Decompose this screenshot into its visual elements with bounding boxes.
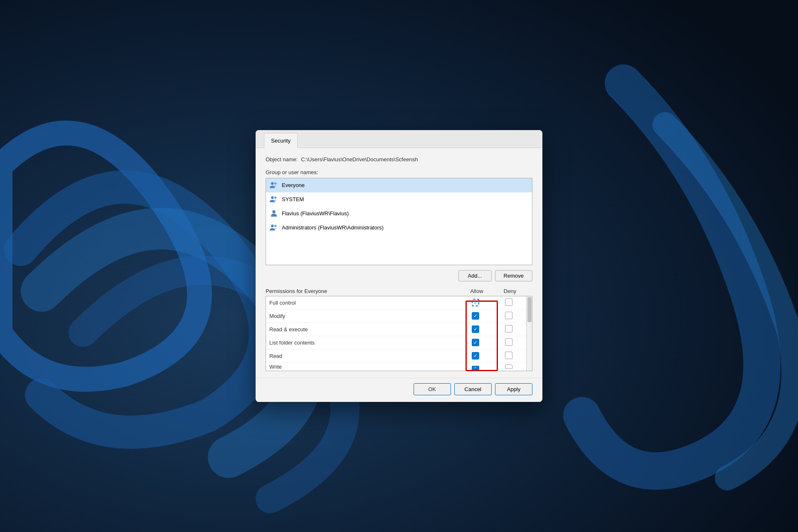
svg-point-4 (274, 196, 277, 199)
user-label-system: SYSTEM (282, 196, 304, 202)
user-icon-flavius (269, 209, 278, 218)
dialog-body: Object name: C:\Users\Flavius\OneDrive\D… (256, 148, 542, 378)
permissions-section: Permissions for Everyone Allow Deny Full… (266, 288, 532, 372)
allow-col-header: Allow (460, 288, 493, 294)
object-name-row: Object name: C:\Users\Flavius\OneDrive\D… (266, 156, 532, 163)
permissions-for-label: Permissions for Everyone (266, 288, 460, 294)
checkmark-icon: ✓ (473, 327, 478, 332)
checkmark-icon: ✓ (473, 353, 478, 358)
perm-deny-full-control[interactable] (492, 296, 525, 310)
perm-allow-full-control[interactable]: ✓ (459, 296, 492, 310)
perm-row-list-folder: List folder contents ✓ (266, 336, 532, 349)
group-users-label: Group or user names: (266, 169, 532, 175)
perm-row-modify: Modify ✓ (266, 309, 532, 323)
user-item-administrators[interactable]: Administrators (FlaviusWR\Administrators… (266, 221, 532, 235)
perm-row-write: Write ✓ (266, 362, 532, 371)
perm-deny-modify[interactable] (492, 309, 525, 323)
checkbox-allow-modify[interactable]: ✓ (472, 312, 479, 320)
security-dialog: Security Object name: C:\Users\Flavius\O… (256, 130, 542, 402)
checkbox-allow-list-folder[interactable]: ✓ (472, 339, 479, 346)
add-button[interactable]: Add... (458, 270, 492, 281)
svg-point-7 (274, 224, 277, 227)
perm-allow-read-execute[interactable]: ✓ (459, 323, 492, 336)
group-icon-administrators (269, 223, 278, 232)
checkbox-allow-write[interactable]: ✓ (472, 366, 479, 370)
permissions-scrollbar[interactable] (526, 296, 532, 371)
checkmark-icon: ✓ (473, 313, 478, 318)
cancel-button[interactable]: Cancel (454, 383, 492, 395)
perm-allow-write[interactable]: ✓ (459, 362, 492, 371)
apply-button[interactable]: Apply (495, 383, 532, 395)
scrollbar-thumb[interactable] (527, 297, 532, 322)
user-label-flavius: Flavius (FlaviusWR\Flavius) (282, 210, 349, 217)
perm-deny-list-folder[interactable] (492, 336, 525, 349)
object-name-label: Object name: (266, 156, 298, 163)
perm-deny-write[interactable] (492, 362, 525, 371)
svg-point-5 (272, 210, 275, 213)
tab-bar: Security (256, 130, 542, 148)
checkbox-deny-full-control[interactable] (505, 298, 512, 306)
perm-deny-read-execute[interactable] (492, 323, 525, 336)
add-remove-row: Add... Remove (266, 270, 532, 281)
svg-point-6 (271, 224, 273, 227)
svg-point-2 (274, 182, 277, 185)
permissions-table: Full control ✓ (266, 296, 532, 372)
checkbox-deny-read-execute[interactable] (505, 325, 512, 332)
perm-row-read-execute: Read & execute ✓ (266, 323, 532, 336)
perm-name-modify: Modify (266, 309, 459, 323)
deny-col-header: Deny (493, 288, 527, 294)
group-icon-system (269, 195, 278, 204)
user-list[interactable]: Everyone SYSTEM Flavius (FlaviusWR\Flavi… (266, 178, 532, 265)
perm-name-read: Read (266, 349, 459, 362)
perm-deny-read[interactable] (492, 349, 525, 362)
user-label-everyone: Everyone (282, 182, 305, 188)
svg-point-3 (271, 196, 273, 199)
perm-name-write: Write (266, 362, 459, 371)
checkmark-icon: ✓ (474, 366, 477, 369)
remove-button[interactable]: Remove (495, 270, 532, 281)
perm-row-full-control: Full control ✓ (266, 296, 532, 310)
object-name-value: C:\Users\Flavius\OneDrive\Documents\Scfe… (301, 156, 418, 163)
checkbox-allow-full-control[interactable]: ✓ (472, 299, 479, 306)
perm-name-list-folder: List folder contents (266, 336, 459, 349)
group-icon-everyone (269, 181, 278, 190)
checkmark-icon: ✓ (474, 300, 478, 305)
user-item-system[interactable]: SYSTEM (266, 192, 532, 207)
tab-security[interactable]: Security (264, 133, 298, 148)
perm-allow-list-folder[interactable]: ✓ (459, 336, 492, 349)
user-item-flavius[interactable]: Flavius (FlaviusWR\Flavius) (266, 207, 532, 221)
checkbox-deny-modify[interactable] (505, 312, 512, 319)
ok-button[interactable]: OK (414, 383, 451, 395)
user-label-administrators: Administrators (FlaviusWR\Administrators… (282, 224, 384, 231)
permissions-header: Permissions for Everyone Allow Deny (266, 288, 532, 294)
perm-name-read-execute: Read & execute (266, 323, 459, 336)
perm-allow-read[interactable]: ✓ (459, 349, 492, 362)
checkbox-allow-read[interactable]: ✓ (472, 352, 479, 360)
dialog-footer: OK Cancel Apply (256, 378, 542, 402)
checkbox-deny-read[interactable] (505, 352, 512, 359)
svg-point-1 (271, 182, 273, 185)
checkbox-deny-list-folder[interactable] (505, 338, 512, 346)
perm-name-full-control: Full control (266, 296, 459, 310)
perm-allow-modify[interactable]: ✓ (459, 309, 492, 323)
user-item-everyone[interactable]: Everyone (266, 178, 532, 192)
checkbox-allow-read-execute[interactable]: ✓ (472, 325, 479, 333)
checkbox-deny-write[interactable] (505, 365, 512, 369)
checkmark-icon: ✓ (473, 340, 478, 345)
perm-row-read: Read ✓ (266, 349, 532, 362)
